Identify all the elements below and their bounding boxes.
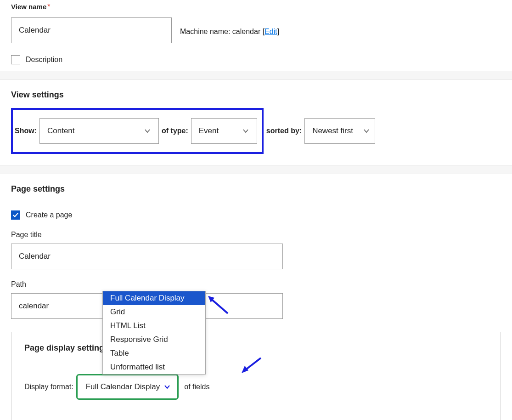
- description-checkbox[interactable]: [11, 55, 20, 64]
- chevron-down-icon: [163, 383, 171, 391]
- format-option-table[interactable]: Table: [103, 346, 205, 360]
- sorted-by-select[interactable]: Newest first: [304, 118, 375, 144]
- of-type-select[interactable]: Event: [191, 118, 257, 144]
- create-page-label: Create a page: [26, 211, 72, 219]
- format-option-unformatted-list[interactable]: Unformatted list: [103, 360, 205, 374]
- display-format-label: Display format:: [24, 383, 73, 391]
- show-label: Show:: [15, 127, 37, 135]
- page-display-settings-heading: Page display settings: [24, 343, 488, 353]
- annotation-arrow-icon: [240, 356, 263, 374]
- display-format-options: Full Calendar Display Grid HTML List Res…: [102, 291, 206, 375]
- svg-marker-3: [242, 366, 248, 373]
- chevron-down-icon: [144, 127, 151, 135]
- view-name-input[interactable]: [11, 17, 172, 43]
- machine-name-display: Machine name: calendar [Edit]: [180, 28, 279, 36]
- description-label: Description: [26, 56, 62, 64]
- page-display-settings-panel: Page display settings Display format: Fu…: [11, 332, 501, 420]
- sorted-by-label: sorted by:: [266, 127, 302, 135]
- format-option-responsive-grid[interactable]: Responsive Grid: [103, 333, 205, 346]
- show-select[interactable]: Content: [39, 118, 159, 144]
- show-filter-highlight: Show: Content of type: Event: [11, 108, 264, 154]
- page-title-label: Page title: [11, 231, 501, 239]
- view-name-label: View name: [11, 3, 46, 11]
- page-settings-heading: Page settings: [11, 184, 501, 194]
- create-page-checkbox[interactable]: [11, 210, 20, 220]
- view-settings-heading: View settings: [11, 90, 501, 100]
- format-option-html-list[interactable]: HTML List: [103, 319, 205, 333]
- chevron-down-icon: [363, 127, 370, 135]
- format-option-full-calendar[interactable]: Full Calendar Display: [103, 291, 205, 305]
- of-type-label: of type:: [162, 127, 188, 135]
- of-fields-label: of fields: [184, 383, 209, 391]
- required-indicator: *: [47, 3, 50, 11]
- format-option-grid[interactable]: Grid: [103, 305, 205, 319]
- chevron-down-icon: [242, 127, 249, 135]
- svg-line-2: [245, 358, 261, 370]
- page-title-input[interactable]: [11, 244, 283, 269]
- path-label: Path: [11, 280, 501, 289]
- machine-name-edit-link[interactable]: Edit: [264, 28, 277, 35]
- display-format-select[interactable]: Full Calendar Display: [76, 374, 179, 400]
